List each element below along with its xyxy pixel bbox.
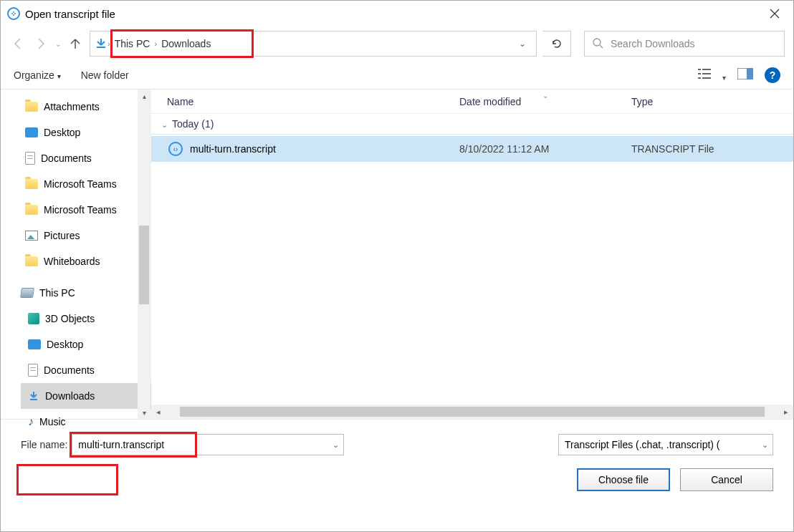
horizontal-scrollbar[interactable]: ◂ ▸ xyxy=(151,405,793,419)
column-name[interactable]: Name xyxy=(151,96,459,107)
svg-rect-10 xyxy=(747,68,753,79)
tree-item-teams2[interactable]: Microsoft Teams xyxy=(21,197,151,223)
filename-value: multi-turn.transcript xyxy=(78,439,164,450)
cancel-button[interactable]: Cancel xyxy=(680,468,773,491)
tree-item-pictures[interactable]: Pictures xyxy=(21,223,151,248)
file-type: TRANSCRIPT File xyxy=(631,143,739,155)
scroll-left-icon[interactable]: ◂ xyxy=(151,407,166,417)
svg-rect-6 xyxy=(702,73,711,74)
filename-input[interactable]: multi-turn.transcript ⌄ xyxy=(72,434,344,455)
pictures-icon xyxy=(25,231,38,241)
folder-icon xyxy=(25,205,38,215)
preview-pane-button[interactable] xyxy=(737,68,753,82)
address-bar[interactable]: › This PC › Downloads ⌄ xyxy=(90,31,537,57)
titlebar: Open transcript file xyxy=(1,1,793,26)
svg-rect-1 xyxy=(97,47,105,48)
svg-rect-3 xyxy=(698,69,701,70)
sort-desc-icon: ⌄ xyxy=(542,92,548,100)
svg-point-2 xyxy=(593,39,601,46)
search-placeholder: Search Downloads xyxy=(611,38,695,49)
column-headers: Name ⌄Date modified Type xyxy=(151,90,793,114)
main-area: Attachments Desktop Documents Microsoft … xyxy=(1,90,793,419)
tree-item-desktop[interactable]: Desktop xyxy=(21,120,151,145)
downloads-icon xyxy=(28,390,39,402)
file-name: multi-turn.transcript xyxy=(190,143,276,155)
tree-item-desktop2[interactable]: Desktop xyxy=(21,332,151,357)
scroll-right-icon[interactable]: ▸ xyxy=(779,407,793,417)
search-input[interactable]: Search Downloads xyxy=(584,31,785,57)
choose-file-button[interactable]: Choose file xyxy=(577,468,670,491)
scroll-thumb[interactable] xyxy=(180,407,765,417)
tree-item-downloads[interactable]: Downloads xyxy=(21,383,151,409)
up-button[interactable] xyxy=(67,35,84,52)
pc-icon xyxy=(20,288,34,298)
filter-label: Transcript Files (.chat, .transcript) ( xyxy=(565,439,720,450)
address-dropdown[interactable]: ⌄ xyxy=(513,39,532,49)
file-date: 8/10/2022 11:12 AM xyxy=(459,143,631,155)
back-button[interactable] xyxy=(9,35,27,52)
app-icon xyxy=(6,6,21,21)
svg-rect-7 xyxy=(698,77,701,79)
help-button[interactable]: ? xyxy=(765,67,780,83)
tree-item-thispc[interactable]: This PC xyxy=(21,280,151,306)
svg-rect-8 xyxy=(702,77,711,79)
filename-label: File name: xyxy=(21,439,67,450)
chevron-down-icon: ⌄ xyxy=(161,120,168,129)
svg-rect-4 xyxy=(702,69,711,70)
scroll-up-icon[interactable]: ▴ xyxy=(138,90,150,102)
view-options-button[interactable]: ▾ xyxy=(698,67,726,82)
breadcrumb-thispc[interactable]: This PC xyxy=(110,38,155,49)
breadcrumb-downloads[interactable]: Downloads xyxy=(157,38,215,49)
toolbar: Organize ▾ New folder ▾ ? xyxy=(1,61,793,90)
tree-item-attachments[interactable]: Attachments xyxy=(21,94,151,120)
transcript-icon: ‹› xyxy=(168,142,183,156)
three-d-icon xyxy=(28,313,39,324)
tree-item-whiteboards[interactable]: Whiteboards xyxy=(21,248,151,274)
recent-locations-dropdown[interactable]: ⌄ xyxy=(55,40,61,48)
svg-rect-5 xyxy=(698,73,701,74)
column-type[interactable]: Type xyxy=(631,96,739,107)
tree-scrollbar[interactable]: ▴ ▾ xyxy=(138,90,150,419)
tree-item-3dobjects[interactable]: 3D Objects xyxy=(21,306,151,332)
tree-item-teams[interactable]: Microsoft Teams xyxy=(21,171,151,197)
forward-button[interactable] xyxy=(32,35,49,52)
file-row[interactable]: ‹› multi-turn.transcript 8/10/2022 11:12… xyxy=(151,136,793,162)
annotation-highlight xyxy=(16,464,118,495)
tree-item-music[interactable]: ♪Music xyxy=(21,409,151,435)
nav-row: ⌄ › This PC › Downloads ⌄ Search Downloa… xyxy=(1,26,793,61)
new-folder-button[interactable]: New folder xyxy=(81,69,129,81)
window-title: Open transcript file xyxy=(25,8,115,20)
desktop-icon xyxy=(28,339,41,349)
document-icon xyxy=(25,152,35,165)
column-date[interactable]: ⌄Date modified xyxy=(459,96,631,107)
group-today[interactable]: ⌄Today (1) xyxy=(151,114,793,135)
close-button[interactable] xyxy=(762,1,788,26)
file-list-panel: Name ⌄Date modified Type ⌄Today (1) ‹› m… xyxy=(151,90,793,419)
svg-point-0 xyxy=(8,8,19,19)
folder-icon xyxy=(25,102,38,112)
folder-icon xyxy=(25,179,38,189)
chevron-down-icon[interactable]: ⌄ xyxy=(762,440,768,450)
svg-rect-11 xyxy=(30,399,37,400)
music-icon: ♪ xyxy=(28,415,34,428)
downloads-icon xyxy=(95,37,107,52)
document-icon xyxy=(28,364,38,377)
tree-panel: Attachments Desktop Documents Microsoft … xyxy=(1,90,151,419)
refresh-button[interactable] xyxy=(542,31,571,57)
tree-item-documents[interactable]: Documents xyxy=(21,145,151,171)
desktop-icon xyxy=(25,127,38,137)
filetype-filter[interactable]: Transcript Files (.chat, .transcript) ( … xyxy=(558,434,773,455)
search-icon xyxy=(592,37,603,51)
chevron-down-icon[interactable]: ⌄ xyxy=(333,440,339,450)
folder-icon xyxy=(25,256,38,266)
organize-menu[interactable]: Organize ▾ xyxy=(14,69,61,81)
scroll-down-icon[interactable]: ▾ xyxy=(138,406,150,419)
tree-item-documents2[interactable]: Documents xyxy=(21,357,151,383)
scroll-thumb[interactable] xyxy=(139,226,149,304)
